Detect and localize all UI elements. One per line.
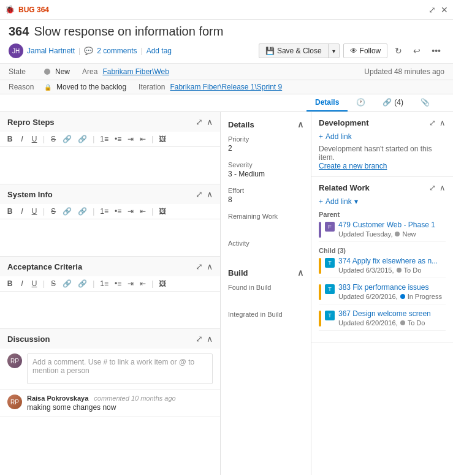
user-name[interactable]: Jamal Hartnett [27, 47, 75, 55]
comment-input[interactable]: Add a comment. Use # to link a work item… [27, 353, 213, 384]
comments-count[interactable]: 2 comments [97, 47, 137, 55]
iteration-label: Iteration [139, 83, 165, 91]
save-main[interactable]: 💾 Save & Close [259, 44, 329, 58]
expand-dev-button[interactable]: ⤢ [429, 118, 436, 127]
image-si-button[interactable]: 🖼 [157, 206, 168, 216]
close-button[interactable]: ✕ [441, 5, 448, 15]
related-work-header: Related Work ⤢ ∧ [319, 183, 446, 192]
list-ul-si-button[interactable]: •≡ [113, 206, 123, 216]
link2-button[interactable]: 🔗 [76, 134, 89, 144]
collapse-related-button[interactable]: ∧ [440, 183, 446, 192]
tab-links[interactable]: 🔗 (4) [374, 94, 412, 111]
create-branch-link[interactable]: Create a new branch [319, 162, 446, 170]
refresh-button[interactable]: ↻ [391, 43, 406, 58]
italic-si-button[interactable]: I [17, 206, 27, 216]
add-tag-button[interactable]: Add tag [147, 47, 172, 55]
related-status-367: To Do [408, 319, 425, 327]
development-section: Development ⤢ ∧ + Add link Development h… [311, 112, 453, 177]
related-bar-374 [319, 258, 321, 274]
link1-button[interactable]: 🔗 [61, 134, 74, 144]
related-add-link-button[interactable]: + Add link ▾ [319, 197, 446, 206]
related-item-367: T 367 Design welcome screen Updated 6/20… [319, 309, 446, 331]
strikethrough-button[interactable]: S [48, 134, 58, 144]
collapse-details-button[interactable]: ∧ [297, 119, 303, 129]
acceptance-criteria-content[interactable] [0, 292, 220, 328]
title-bar: 🐞 BUG 364 ⤢ ✕ [0, 0, 453, 20]
remaining-work-label: Remaining Work [228, 213, 303, 220]
repro-steps-content[interactable] [0, 147, 220, 184]
link1-ac-button[interactable]: 🔗 [61, 279, 74, 289]
related-title-383[interactable]: 383 Fix performance issues [338, 283, 446, 292]
avatar: JH [9, 43, 23, 58]
expand-sysinfo-button[interactable]: ⤢ [196, 189, 203, 199]
indent-ac-button[interactable]: ⇥ [126, 279, 135, 289]
related-item-title[interactable]: 479 Customer Web - Phase 1 [338, 221, 446, 229]
related-title-367[interactable]: 367 Design welcome screen [338, 309, 446, 318]
plus-icon: + [319, 132, 323, 141]
more-button[interactable]: ••• [428, 43, 444, 58]
activity-value[interactable] [228, 248, 303, 258]
collapse-dev-button[interactable]: ∧ [440, 118, 446, 127]
related-bar [319, 222, 321, 238]
remaining-work-value[interactable] [228, 221, 303, 231]
indent-button[interactable]: ⇥ [126, 134, 135, 144]
collapse-discussion-button[interactable]: ∧ [207, 334, 213, 344]
list-ol-button[interactable]: 1≡ [98, 134, 110, 144]
tab-attachments[interactable]: 📎 [412, 94, 438, 111]
reason-value[interactable]: Moved to the backlog [56, 83, 126, 91]
strikethrough-si-button[interactable]: S [48, 206, 58, 216]
related-item-icon: F [325, 222, 335, 232]
list-ul-button[interactable]: •≡ [113, 134, 123, 144]
collapse-sysinfo-button[interactable]: ∧ [207, 189, 213, 199]
tab-bar: Details 🕐 🔗 (4) 📎 [0, 94, 453, 112]
found-in-build-value[interactable] [228, 292, 303, 302]
list-ol-si-button[interactable]: 1≡ [98, 206, 110, 216]
state-value[interactable]: New [55, 67, 70, 76]
link1-si-button[interactable]: 🔗 [61, 206, 74, 216]
undo-button[interactable]: ↩ [409, 43, 424, 58]
outdent-ac-button[interactable]: ⇤ [138, 279, 148, 289]
expand-related-button[interactable]: ⤢ [429, 183, 436, 192]
italic-button[interactable]: I [17, 134, 27, 144]
integrated-in-build-value[interactable] [228, 319, 303, 329]
underline-ac-button[interactable]: U [29, 279, 39, 289]
bold-ac-button[interactable]: B [5, 279, 15, 289]
image-ac-button[interactable]: 🖼 [157, 279, 168, 289]
italic-ac-button[interactable]: I [17, 279, 27, 289]
tab-history[interactable]: 🕐 [348, 94, 374, 111]
tab-details[interactable]: Details [306, 94, 348, 111]
expand-discussion-button[interactable]: ⤢ [196, 334, 203, 344]
iteration-value[interactable]: Fabrikam Fiber\Release 1\Sprint 9 [170, 83, 282, 91]
strikethrough-ac-button[interactable]: S [48, 279, 58, 289]
collapse-repro-button[interactable]: ∧ [207, 117, 213, 127]
maximize-button[interactable]: ⤢ [428, 5, 436, 15]
list-ul-ac-button[interactable]: •≡ [113, 279, 123, 289]
outdent-button[interactable]: ⇤ [138, 134, 148, 144]
save-close-button[interactable]: 💾 Save & Close ▾ [259, 43, 340, 58]
system-info-content[interactable] [0, 219, 220, 256]
bold-si-button[interactable]: B [5, 206, 15, 216]
related-title-374[interactable]: 374 Apply fix elsewhere as n... [338, 257, 446, 265]
link2-si-button[interactable]: 🔗 [76, 206, 89, 216]
follow-button[interactable]: 👁 Follow [343, 43, 388, 58]
dev-add-link-button[interactable]: + Add link [319, 132, 446, 141]
list-ol-ac-button[interactable]: 1≡ [98, 279, 110, 289]
collapse-ac-button[interactable]: ∧ [207, 262, 213, 271]
related-content-374: 374 Apply fix elsewhere as n... Updated … [338, 257, 446, 274]
outdent-si-button[interactable]: ⇤ [138, 206, 148, 216]
save-dropdown-arrow[interactable]: ▾ [329, 45, 339, 57]
priority-value[interactable]: 2 [228, 144, 303, 153]
expand-repro-button[interactable]: ⤢ [196, 117, 203, 127]
underline-button[interactable]: U [29, 134, 39, 144]
image-button[interactable]: 🖼 [157, 134, 168, 144]
indent-si-button[interactable]: ⇥ [126, 206, 135, 216]
expand-ac-button[interactable]: ⤢ [196, 262, 203, 271]
collapse-build-button[interactable]: ∧ [297, 268, 303, 278]
severity-value[interactable]: 3 - Medium [228, 170, 303, 178]
effort-value[interactable]: 8 [228, 195, 303, 204]
underline-si-button[interactable]: U [29, 206, 39, 216]
area-value[interactable]: Fabrikam Fiber\Web [102, 67, 169, 76]
bold-button[interactable]: B [5, 134, 15, 144]
link2-ac-button[interactable]: 🔗 [76, 279, 89, 289]
related-content-383: 383 Fix performance issues Updated 6/20/… [338, 283, 446, 300]
